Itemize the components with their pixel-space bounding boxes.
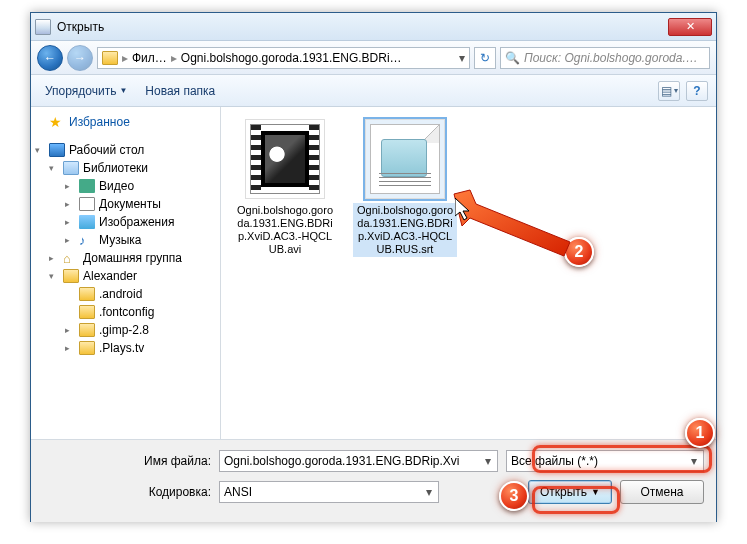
forward-button[interactable]: → [67, 45, 93, 71]
file-thumbnail [365, 119, 445, 199]
desktop-icon [49, 143, 65, 157]
file-item-srt[interactable]: Ogni.bolshogo.goroda.1931.ENG.BDRip.XviD… [353, 119, 457, 257]
toolbar: Упорядочить ▼ Новая папка ▤▾ ? [31, 75, 716, 107]
star-icon: ★ [49, 115, 65, 129]
tree-folder[interactable]: ▸.Plays.tv [31, 339, 220, 357]
view-options-button[interactable]: ▤▾ [658, 81, 680, 101]
nav-bar: ← → ▸ Фил… ▸ Ogni.bolshogo.goroda.1931.E… [31, 41, 716, 75]
filetype-select[interactable]: Все файлы (*.*) ▾ [506, 450, 704, 472]
tree-images[interactable]: ▸Изображения [31, 213, 220, 231]
breadcrumb-item[interactable]: Фил… [132, 51, 167, 65]
help-button[interactable]: ? [686, 81, 708, 101]
encoding-select[interactable]: ANSI ▾ [219, 481, 439, 503]
app-icon [35, 19, 51, 35]
file-item-avi[interactable]: Ogni.bolshogo.goroda.1931.ENG.BDRip.XviD… [233, 119, 337, 257]
chevron-down-icon[interactable]: ▾ [459, 51, 465, 65]
breadcrumb[interactable]: ▸ Фил… ▸ Ogni.bolshogo.goroda.1931.ENG.B… [97, 47, 470, 69]
folder-icon [79, 305, 95, 319]
folder-icon [79, 287, 95, 301]
chevron-right-icon: ▸ [169, 51, 179, 65]
search-input[interactable]: 🔍 Поиск: Ogni.bolshogo.goroda.… [500, 47, 710, 69]
folder-icon [79, 341, 95, 355]
close-button[interactable]: ✕ [668, 18, 712, 36]
chevron-down-icon[interactable]: ▾ [421, 485, 436, 499]
new-folder-button[interactable]: Новая папка [139, 81, 221, 101]
navigation-tree[interactable]: ★Избранное ▾Рабочий стол ▾Библиотеки ▸Ви… [31, 107, 221, 439]
chevron-down-icon: ▼ [119, 86, 127, 95]
open-button[interactable]: Открыть ▼ [528, 480, 612, 504]
file-list[interactable]: Ogni.bolshogo.goroda.1931.ENG.BDRip.XviD… [221, 107, 716, 439]
document-icon [79, 197, 95, 211]
folder-icon [102, 51, 118, 65]
organize-menu[interactable]: Упорядочить ▼ [39, 81, 133, 101]
search-placeholder: Поиск: Ogni.bolshogo.goroda.… [524, 51, 698, 65]
user-icon [63, 269, 79, 283]
breadcrumb-item[interactable]: Ogni.bolshogo.goroda.1931.ENG.BDRi… [181, 51, 402, 65]
libraries-icon [63, 161, 79, 175]
tree-music[interactable]: ▸♪Музыка [31, 231, 220, 249]
music-icon: ♪ [79, 233, 95, 247]
tree-folder[interactable]: ▸.gimp-2.8 [31, 321, 220, 339]
tree-documents[interactable]: ▸Документы [31, 195, 220, 213]
dialog-footer: Имя файла: Ogni.bolshogo.goroda.1931.ENG… [31, 439, 716, 522]
callout-badge-3: 3 [499, 481, 529, 511]
search-icon: 🔍 [505, 51, 520, 65]
tree-homegroup[interactable]: ▸⌂Домашняя группа [31, 249, 220, 267]
window-title: Открыть [57, 20, 668, 34]
homegroup-icon: ⌂ [63, 251, 79, 265]
callout-badge-2: 2 [564, 237, 594, 267]
file-name: Ogni.bolshogo.goroda.1931.ENG.BDRip.XviD… [353, 203, 457, 257]
encoding-label: Кодировка: [91, 485, 211, 499]
chevron-down-icon: ▼ [591, 487, 600, 497]
tree-desktop[interactable]: ▾Рабочий стол [31, 141, 220, 159]
tree-libraries[interactable]: ▾Библиотеки [31, 159, 220, 177]
folder-icon [79, 323, 95, 337]
back-button[interactable]: ← [37, 45, 63, 71]
tree-video[interactable]: ▸Видео [31, 177, 220, 195]
filename-input[interactable]: Ogni.bolshogo.goroda.1931.ENG.BDRip.Xvi … [219, 450, 498, 472]
open-file-dialog: Открыть ✕ ← → ▸ Фил… ▸ Ogni.bolshogo.gor… [30, 12, 717, 522]
dialog-body: ★Избранное ▾Рабочий стол ▾Библиотеки ▸Ви… [31, 107, 716, 439]
tree-folder[interactable]: .android [31, 285, 220, 303]
refresh-button[interactable]: ↻ [474, 47, 496, 69]
video-icon [79, 179, 95, 193]
tree-favorites[interactable]: ★Избранное [31, 113, 220, 131]
file-thumbnail [245, 119, 325, 199]
cancel-button[interactable]: Отмена [620, 480, 704, 504]
titlebar: Открыть ✕ [31, 13, 716, 41]
tree-folder[interactable]: .fontconfig [31, 303, 220, 321]
callout-badge-1: 1 [685, 418, 715, 448]
chevron-right-icon: ▸ [120, 51, 130, 65]
tree-user[interactable]: ▾Alexander [31, 267, 220, 285]
filename-label: Имя файла: [91, 454, 211, 468]
chevron-down-icon[interactable]: ▾ [686, 454, 701, 468]
image-icon [79, 215, 95, 229]
file-name: Ogni.bolshogo.goroda.1931.ENG.BDRip.XviD… [233, 203, 337, 257]
chevron-down-icon[interactable]: ▾ [480, 454, 495, 468]
